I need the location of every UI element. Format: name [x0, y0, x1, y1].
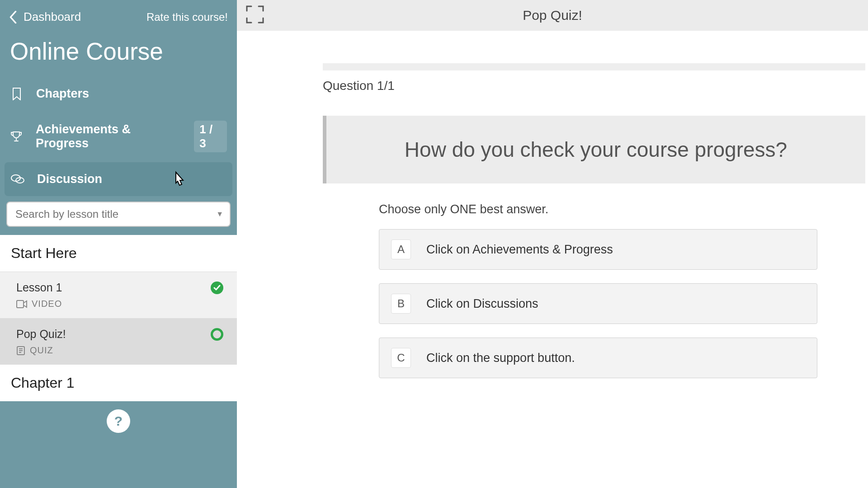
answer-option[interactable]: C Click on the support button. — [379, 338, 817, 378]
status-progress-icon — [211, 328, 223, 341]
answer-instruction: Choose only ONE best answer. — [323, 183, 868, 229]
section-header: Start Here — [0, 235, 237, 272]
lesson-item[interactable]: Pop Quiz! QUIZ — [0, 318, 237, 365]
lesson-item[interactable]: Lesson 1 VIDEO — [0, 272, 237, 318]
bookmark-icon — [10, 88, 24, 100]
dashboard-label: Dashboard — [24, 10, 81, 24]
course-title: Online Course — [0, 31, 237, 77]
sidebar-item-achievements[interactable]: Achievements & Progress 1 / 3 — [0, 111, 237, 162]
lesson-name: Pop Quiz! — [16, 328, 66, 341]
chat-icon — [11, 174, 24, 185]
quiz-content: Question 1/1 How do you check your cours… — [237, 31, 868, 378]
chevron-left-icon — [9, 11, 17, 23]
course-sidebar: Dashboard Rate this course! Online Cours… — [0, 0, 237, 488]
rate-course-link[interactable]: Rate this course! — [146, 11, 228, 23]
sidebar-item-label: Chapters — [36, 87, 89, 101]
answer-letter: A — [391, 239, 411, 259]
quiz-progress-bar — [323, 63, 865, 70]
video-icon — [16, 300, 27, 308]
lesson-type-label: QUIZ — [30, 345, 53, 356]
answer-list: A Click on Achievements & Progress B Cli… — [323, 229, 817, 378]
sidebar-item-discussion[interactable]: Discussion — [5, 162, 232, 196]
sidebar-top-row: Dashboard Rate this course! — [0, 0, 237, 31]
answer-letter: C — [391, 348, 411, 368]
progress-badge: 1 / 3 — [194, 121, 227, 152]
answer-text: Click on the support button. — [426, 351, 575, 365]
question-text: How do you check your course progress? — [344, 137, 847, 162]
section-header: Chapter 1 — [0, 365, 237, 401]
help-button[interactable]: ? — [107, 409, 130, 433]
trophy-icon — [10, 130, 23, 143]
lesson-search-input[interactable] — [6, 202, 231, 227]
answer-option[interactable]: B Click on Discussions — [379, 283, 817, 324]
dashboard-link[interactable]: Dashboard — [9, 10, 81, 24]
question-counter: Question 1/1 — [323, 70, 868, 116]
fullscreen-button[interactable] — [245, 5, 265, 26]
answer-text: Click on Achievements & Progress — [426, 243, 613, 257]
question-box: How do you check your course progress? — [323, 116, 865, 183]
svg-rect-2 — [17, 300, 24, 308]
answer-option[interactable]: A Click on Achievements & Progress — [379, 229, 817, 270]
fullscreen-icon — [245, 5, 265, 24]
status-done-icon — [211, 282, 223, 294]
main-panel: Pop Quiz! Question 1/1 How do you check … — [237, 0, 868, 488]
content-topbar: Pop Quiz! — [237, 0, 868, 31]
sidebar-item-label: Discussion — [37, 172, 102, 186]
answer-letter: B — [391, 294, 411, 314]
sidebar-item-label: Achievements & Progress — [36, 122, 181, 150]
lesson-name: Lesson 1 — [16, 281, 62, 294]
answer-text: Click on Discussions — [426, 297, 538, 311]
lesson-type-label: VIDEO — [32, 299, 62, 309]
search-container: ▼ — [0, 196, 237, 235]
sidebar-item-chapters[interactable]: Chapters — [0, 77, 237, 111]
quiz-icon — [16, 346, 25, 356]
content-title: Pop Quiz! — [523, 8, 582, 23]
